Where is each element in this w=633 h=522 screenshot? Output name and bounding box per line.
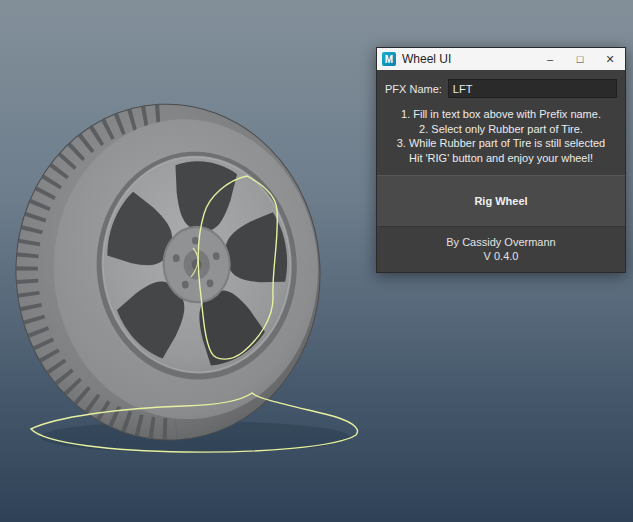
close-button[interactable]: ✕ [595,48,625,70]
wheel-model[interactable] [7,96,328,447]
maximize-button[interactable]: □ [565,48,595,70]
author-credit: By Cassidy Overmann [377,236,625,248]
window-body: PFX Name: 1. Fill in text box above with… [377,70,625,272]
pfx-name-input[interactable] [448,79,617,98]
window-title: Wheel UI [402,52,535,66]
instruction-line-1: 1. Fill in text box above with Prefix na… [377,107,625,122]
instruction-line-3: 3. While Rubber part of Tire is still se… [377,136,625,151]
instruction-line-4: Hit 'RIG' button and enjoy your wheel! [377,151,625,166]
pfx-name-label: PFX Name: [385,83,442,95]
instruction-line-2: 2. Select only Rubber part of Tire. [377,122,625,137]
maya-icon: M [382,52,396,66]
version-label: V 0.4.0 [377,250,625,272]
rig-wheel-button[interactable]: Rig Wheel [377,175,625,227]
pfx-name-row: PFX Name: [377,79,625,98]
instructions: 1. Fill in text box above with Prefix na… [377,107,625,165]
wheel-ui-window: M Wheel UI – □ ✕ PFX Name: 1. Fill in te… [376,47,626,273]
minimize-button[interactable]: – [535,48,565,70]
maya-viewport[interactable]: M Wheel UI – □ ✕ PFX Name: 1. Fill in te… [0,0,633,522]
window-controls: – □ ✕ [535,48,625,70]
titlebar[interactable]: M Wheel UI – □ ✕ [377,48,625,70]
